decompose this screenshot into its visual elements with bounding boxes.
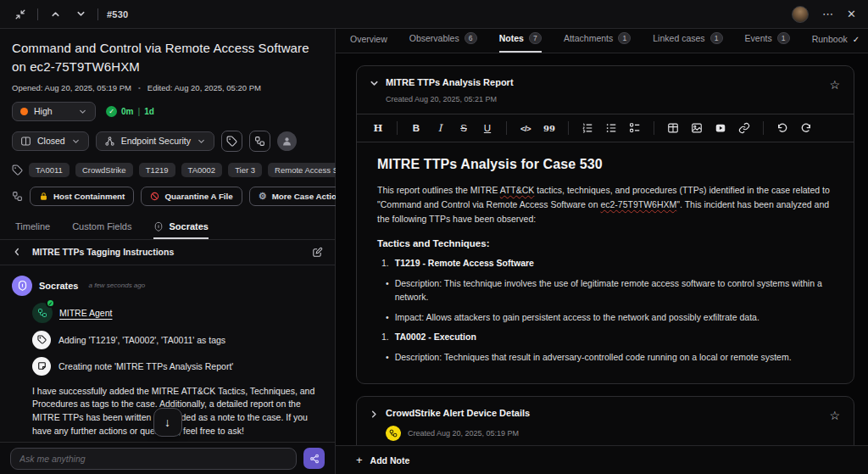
collapse-panel-icon[interactable] — [12, 6, 29, 23]
editor-toolbar: H B I S U </> 99 — [357, 114, 854, 142]
star-note-icon[interactable]: ☆ — [829, 79, 840, 91]
italic-button[interactable]: I — [429, 117, 451, 139]
collapse-note-chevron-icon[interactable] — [369, 78, 386, 89]
mitre-agent-icon: ✓ — [32, 303, 53, 323]
manage-tags-button[interactable] — [221, 131, 242, 152]
ordered-list-button[interactable] — [576, 117, 598, 139]
heading-button[interactable]: H — [367, 117, 389, 139]
bullet-list-button[interactable] — [600, 117, 622, 139]
list-item: •Impact: Allows attackers to gain persis… — [377, 311, 833, 325]
team-dropdown[interactable]: Endpoint Security — [96, 131, 214, 151]
code-button[interactable]: </> — [515, 117, 537, 139]
undo-button[interactable] — [771, 117, 793, 139]
tab-notes[interactable]: Notes7 — [499, 32, 542, 53]
link-button[interactable] — [733, 117, 755, 139]
scroll-to-bottom-button[interactable]: ↓ — [153, 408, 182, 437]
task-list-button[interactable] — [624, 117, 646, 139]
case-number: #530 — [107, 9, 128, 20]
sla-check-icon: ✓ — [106, 106, 117, 117]
underline-button[interactable]: U — [476, 117, 498, 139]
note-title: CrowdStrike Alert Device Details — [386, 408, 829, 418]
lock-icon — [39, 192, 48, 201]
socrates-thread-header: MITRE TTPs Tagging Instructions — [0, 240, 335, 265]
workflows-button[interactable] — [249, 131, 270, 152]
new-chat-icon[interactable] — [312, 247, 323, 258]
tab-observables[interactable]: Observables6 — [409, 32, 477, 53]
observables-count: 6 — [465, 32, 477, 44]
blockquote-button[interactable]: 99 — [538, 117, 560, 139]
agent-success-check-icon: ✓ — [46, 298, 55, 308]
tag-chip[interactable]: T1219 — [139, 163, 175, 177]
star-note-icon[interactable]: ☆ — [829, 410, 840, 421]
back-chevron-icon[interactable] — [12, 247, 22, 257]
host-containment-button[interactable]: Host Containment — [30, 187, 134, 206]
case-opened-timestamp: Opened: Aug 20, 2025, 05:19 PM — [12, 83, 131, 92]
note-card-mitre-report: MITRE TTPs Analysis Report Created Aug 2… — [356, 65, 854, 384]
tag-chip[interactable]: TA0011 — [29, 163, 70, 177]
close-icon[interactable]: ✕ — [847, 8, 856, 20]
plus-icon: + — [356, 454, 363, 466]
tab-runbook[interactable]: Runbook✓ — [812, 34, 860, 53]
more-options-icon[interactable]: ⋯ — [822, 8, 833, 20]
assignee-avatar[interactable] — [277, 131, 297, 151]
image-button[interactable] — [686, 117, 708, 139]
tag-chip[interactable]: CrowdStrike — [75, 163, 133, 177]
mitre-agent-link[interactable]: MITRE Agent — [59, 308, 112, 318]
send-button[interactable] — [303, 448, 325, 469]
case-content-panel: Overview Observables6 Notes7 Attachments… — [336, 29, 868, 474]
status-dropdown[interactable]: Closed — [12, 131, 89, 151]
tab-custom-fields[interactable]: Custom Fields — [72, 221, 131, 239]
chevron-down-icon — [71, 137, 81, 146]
case-title: Command and Control via Remote Access So… — [12, 39, 323, 76]
kanban-board-icon — [20, 136, 31, 147]
message-timestamp: a few seconds ago — [88, 282, 145, 289]
tag-chip[interactable]: TA0002 — [181, 163, 223, 177]
tab-overview[interactable]: Overview — [350, 34, 387, 53]
gear-icon: ⚙ — [259, 192, 267, 201]
runbook-check-icon: ✓ — [853, 35, 860, 44]
notes-count: 7 — [529, 32, 542, 44]
hierarchy-icon — [104, 136, 115, 147]
severity-high-dot — [20, 108, 28, 115]
note-paragraph: This report outlines the MITRE ATT&CK ta… — [377, 183, 833, 226]
expand-note-chevron-icon[interactable] — [369, 409, 386, 420]
quarantine-file-button[interactable]: Quarantine A File — [141, 187, 242, 206]
share-send-icon — [309, 454, 320, 464]
attachments-count: 1 — [618, 32, 631, 44]
redo-button[interactable] — [795, 117, 817, 139]
table-button[interactable] — [662, 117, 684, 139]
note-action-text: Creating note 'MITRE TTPs Analysis Repor… — [58, 361, 233, 371]
prev-case-chevron-up-icon[interactable] — [47, 6, 64, 23]
add-note-button[interactable]: + Add Note — [356, 454, 409, 466]
bold-button[interactable]: B — [405, 117, 427, 139]
meta-separator: • — [138, 84, 141, 92]
list-item: 1.TA0002 - Execution — [377, 331, 833, 344]
team-value: Endpoint Security — [121, 136, 191, 146]
workflow-icon — [254, 136, 265, 147]
divider — [97, 8, 98, 20]
linked-cases-count: 1 — [710, 32, 723, 44]
tab-socrates[interactable]: Socrates — [153, 221, 208, 239]
list-item: •Description: Techniques that result in … — [377, 351, 833, 365]
tag-icon — [226, 136, 237, 147]
divider — [37, 8, 38, 20]
note-body[interactable]: MITRE TTPs Analysis for Case 530 This re… — [357, 142, 854, 383]
workflow-icon — [389, 429, 398, 438]
chevron-down-icon — [78, 107, 87, 116]
automation-avatar — [386, 426, 401, 441]
note-created-timestamp: Created Aug 20, 2025, 05:19 PM — [408, 429, 519, 438]
note-heading: MITRE TTPs Analysis for Case 530 — [377, 157, 833, 172]
severity-dropdown[interactable]: High — [12, 102, 96, 121]
tab-timeline[interactable]: Timeline — [15, 221, 50, 239]
ask-input[interactable] — [10, 448, 297, 470]
tab-events[interactable]: Events1 — [745, 32, 790, 53]
tab-linked-cases[interactable]: Linked cases1 — [653, 32, 722, 53]
strikethrough-button[interactable]: S — [453, 117, 475, 139]
next-case-chevron-down-icon[interactable] — [72, 6, 89, 23]
right-tab-bar: Overview Observables6 Notes7 Attachments… — [336, 29, 868, 53]
video-button[interactable] — [709, 117, 732, 139]
tab-attachments[interactable]: Attachments1 — [564, 32, 631, 53]
tag-chip[interactable]: Tier 3 — [228, 163, 262, 177]
case-window: #530 ⋯ ✕ Command and Control via Remote … — [0, 0, 868, 474]
user-avatar[interactable] — [792, 6, 809, 23]
